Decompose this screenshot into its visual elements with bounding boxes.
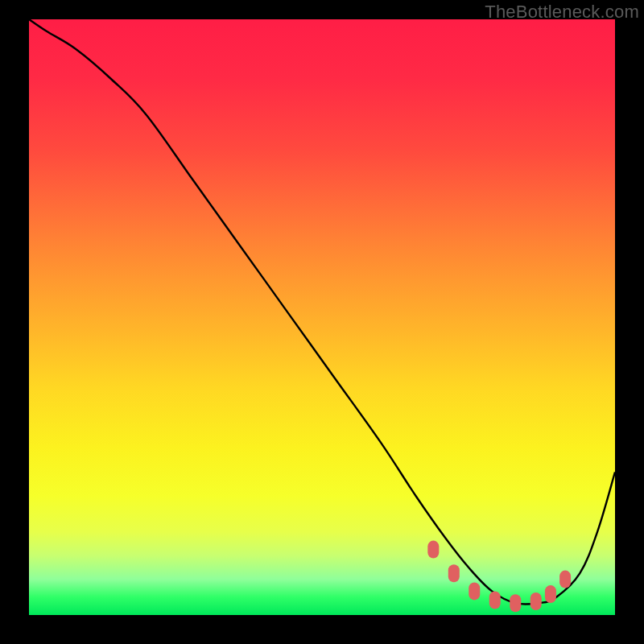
optimal-marker	[427, 541, 439, 559]
plot-area	[29, 19, 615, 615]
chart-svg	[29, 19, 615, 615]
optimal-marker	[545, 585, 556, 603]
optimal-marker	[448, 564, 460, 582]
optimal-marker	[489, 592, 501, 609]
optimal-marker	[510, 594, 521, 612]
bottleneck-curve	[29, 19, 615, 605]
optimal-marker	[559, 571, 571, 588]
optimal-marker	[469, 582, 480, 600]
chart-frame: TheBottleneck.com	[0, 0, 644, 644]
optimal-marker	[530, 592, 542, 610]
